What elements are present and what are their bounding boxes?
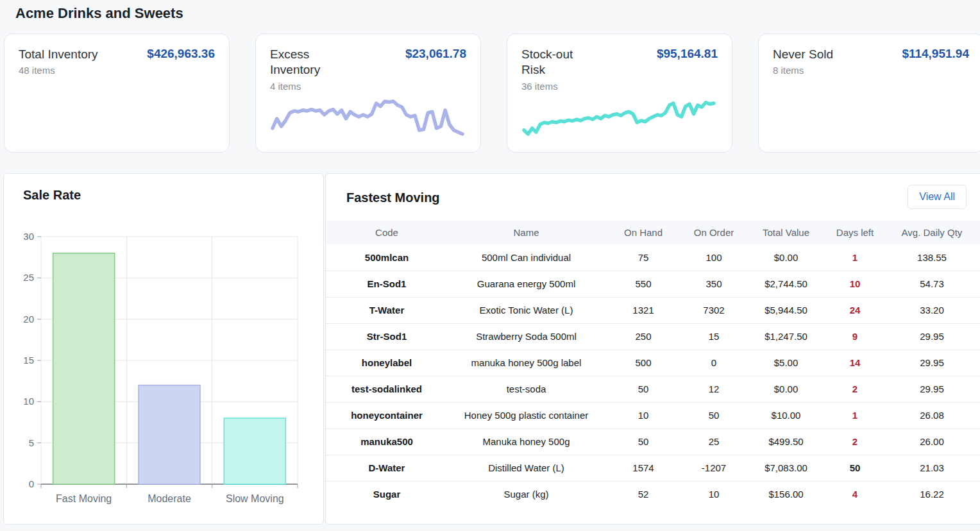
total-value-cell: $5,944.50: [746, 297, 826, 323]
days-left-cell: 9: [826, 323, 884, 350]
on-order-cell: 10: [682, 481, 746, 507]
code-cell: D-Water: [326, 455, 448, 481]
card-label: Never Sold: [773, 47, 833, 62]
card-text: Excess Inventory 4 items: [270, 47, 344, 92]
on-order-cell: 100: [682, 244, 746, 271]
days-left-cell: 4: [826, 481, 884, 507]
name-cell: manuka honey 500g label: [448, 350, 605, 376]
table-row[interactable]: test-sodalinked test-soda 50 12 $0.00 2 …: [326, 376, 980, 402]
svg-text:Slow Moving: Slow Moving: [226, 493, 284, 504]
avg-daily-qty-cell: 33.20: [884, 297, 980, 323]
card-label: Total Inventory: [19, 47, 98, 62]
view-all-button[interactable]: View All: [908, 185, 967, 209]
card-header: Total Inventory 48 items $426,963.36: [19, 47, 215, 76]
sale-rate-title: Sale Rate: [23, 188, 81, 203]
on-hand-cell: 250: [605, 323, 682, 350]
table-row[interactable]: honeycontainer Honey 500g plastic contai…: [326, 402, 980, 428]
table-row[interactable]: honeylabel manuka honey 500g label 500 0…: [326, 350, 980, 376]
svg-text:15: 15: [23, 355, 34, 366]
card-header: Never Sold 8 items $114,951.94: [773, 47, 969, 76]
card-never-sold[interactable]: Never Sold 8 items $114,951.94: [758, 33, 980, 153]
on-order-cell: 25: [682, 428, 746, 455]
avg-daily-qty-cell: 26.08: [884, 402, 980, 428]
name-cell: Sugar (kg): [448, 481, 605, 507]
total-value-cell: $10.00: [746, 402, 826, 428]
table-row[interactable]: manuka500 Manuka honey 500g 50 25 $499.5…: [326, 428, 980, 455]
sale-rate-bar-chart: 051015202530Fast MovingModerateSlow Movi…: [4, 220, 312, 509]
col-header-on-order: On Order: [682, 221, 746, 244]
avg-daily-qty-cell: 138.55: [884, 244, 980, 271]
card-excess-inventory[interactable]: Excess Inventory 4 items $23,061.78: [255, 33, 481, 153]
days-left-cell: 10: [826, 271, 884, 297]
table-row[interactable]: Str-Sod1 Strawberry Soda 500ml 250 15 $1…: [326, 323, 980, 350]
excess-inventory-sparkline: [269, 96, 466, 142]
col-header-total-value: Total Value: [746, 221, 826, 244]
on-hand-cell: 10: [605, 402, 682, 428]
avg-daily-qty-cell: 54.73: [884, 271, 980, 297]
card-value: $426,963.36: [147, 47, 215, 76]
col-header-avg-daily-qty: Avg. Daily Qty: [884, 221, 980, 244]
card-stock-out-risk[interactable]: Stock-out Risk 36 items $95,164.81: [507, 33, 732, 153]
table-row[interactable]: Sugar Sugar (kg) 52 10 $156.00 4 16.22: [326, 481, 980, 507]
table-row[interactable]: T-Water Exotic Tonic Water (L) 1321 7302…: [326, 297, 980, 323]
total-value-cell: $5.00: [746, 350, 826, 376]
name-cell: Honey 500g plastic container: [448, 402, 605, 428]
fastest-moving-panel: Fastest Moving View All Code Name On Han…: [325, 173, 980, 525]
card-total-inventory[interactable]: Total Inventory 48 items $426,963.36: [4, 33, 230, 153]
card-header: Excess Inventory 4 items $23,061.78: [270, 47, 466, 92]
col-header-name: Name: [448, 221, 605, 244]
name-cell: Exotic Tonic Water (L): [448, 297, 605, 323]
on-order-cell: 15: [682, 323, 746, 350]
col-header-on-hand: On Hand: [605, 221, 682, 244]
svg-text:Moderate: Moderate: [148, 493, 191, 504]
on-hand-cell: 500: [605, 350, 682, 376]
sale-rate-panel: Sale Rate 051015202530Fast MovingModerat…: [3, 173, 324, 525]
avg-daily-qty-cell: 16.22: [884, 481, 980, 507]
name-cell: Guarana energy 500ml: [448, 271, 605, 297]
card-value: $95,164.81: [657, 47, 718, 92]
stock-out-risk-sparkline: [520, 96, 718, 142]
col-header-days-left: Days left: [826, 221, 884, 244]
card-text: Stock-out Risk 36 items: [521, 47, 595, 92]
avg-daily-qty-cell: 29.95: [884, 323, 980, 350]
total-value-cell: $7,083.00: [746, 455, 826, 481]
code-cell: manuka500: [326, 428, 448, 455]
on-hand-cell: 75: [605, 244, 682, 271]
card-label: Excess Inventory: [270, 47, 344, 78]
card-items-count: 36 items: [521, 81, 595, 92]
name-cell: test-soda: [448, 376, 605, 402]
code-cell: En-Sod1: [326, 271, 448, 297]
svg-text:20: 20: [23, 314, 34, 324]
on-order-cell: -1207: [682, 455, 746, 481]
on-order-cell: 12: [682, 376, 746, 402]
table-row[interactable]: 500mlcan 500ml Can individual 75 100 $0.…: [326, 244, 980, 271]
fastest-moving-title: Fastest Moving: [346, 190, 440, 205]
avg-daily-qty-cell: 29.95: [884, 376, 980, 402]
name-cell: Manuka honey 500g: [448, 428, 605, 455]
avg-daily-qty-cell: 26.00: [884, 428, 980, 455]
svg-text:10: 10: [23, 396, 34, 407]
on-order-cell: 0: [682, 350, 746, 376]
total-value-cell: $0.00: [746, 244, 826, 271]
name-cell: Distilled Water (L): [448, 455, 605, 481]
on-hand-cell: 52: [605, 481, 682, 507]
card-text: Never Sold 8 items: [773, 47, 833, 76]
total-value-cell: $156.00: [746, 481, 826, 507]
code-cell: test-sodalinked: [326, 376, 448, 402]
total-value-cell: $0.00: [746, 376, 826, 402]
days-left-cell: 14: [826, 350, 884, 376]
on-hand-cell: 550: [605, 271, 682, 297]
code-cell: T-Water: [326, 297, 448, 323]
fastest-moving-table: Code Name On Hand On Order Total Value D…: [326, 221, 980, 507]
code-cell: Sugar: [326, 481, 448, 507]
days-left-cell: 2: [826, 376, 884, 402]
table-row[interactable]: En-Sod1 Guarana energy 500ml 550 350 $2,…: [326, 271, 980, 297]
card-items-count: 4 items: [270, 81, 344, 92]
svg-text:5: 5: [29, 437, 34, 448]
svg-text:25: 25: [23, 272, 34, 283]
table-row[interactable]: D-Water Distilled Water (L) 1574 -1207 $…: [326, 455, 980, 481]
code-cell: 500mlcan: [326, 244, 448, 271]
days-left-cell: 24: [826, 297, 884, 323]
card-value: $23,061.78: [405, 47, 466, 92]
table-header-row: Code Name On Hand On Order Total Value D…: [326, 221, 980, 244]
